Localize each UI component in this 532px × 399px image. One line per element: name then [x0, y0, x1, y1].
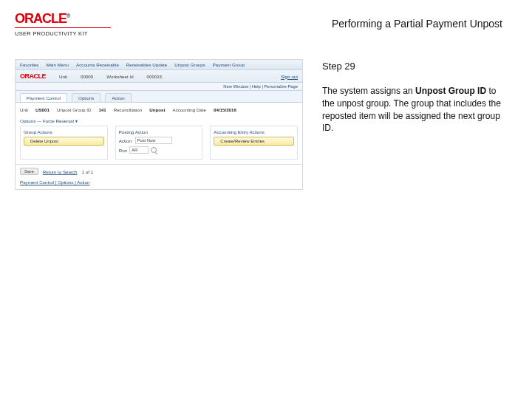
field-row: Unit US001 Unpost Group ID 141 Reconcili…: [20, 107, 298, 112]
app-screenshot: Favorites Main Menu Accounts Receivable …: [15, 59, 303, 190]
unpost-group-id-value: 141: [98, 107, 106, 112]
sign-out-link[interactable]: Sign out: [281, 74, 298, 79]
group-actions-panel: Group Actions Delete Unpost: [20, 126, 108, 160]
reconciliation-label: Reconciliation: [114, 107, 143, 112]
logo-row: ORACLE Unit 00000 Worksheet Id 000015 Si…: [16, 70, 302, 83]
accounting-entry-actions-panel: Accounting Entry Actions Create/Review E…: [210, 126, 298, 160]
instruction-column: Step 29 The system assigns an Unpost Gro…: [322, 59, 507, 190]
delete-unpost-button[interactable]: Delete Unpost: [24, 137, 104, 146]
ctx-ws-value: 000015: [147, 74, 163, 79]
instruction-text: The system assigns an Unpost Group ID to…: [322, 85, 507, 134]
run-label: Run: [119, 148, 127, 153]
footer-links: Payment Control | Options | Action: [16, 178, 302, 189]
tab-options[interactable]: Options: [72, 93, 100, 102]
reconciliation-value: Unpost: [149, 107, 165, 112]
menu-item[interactable]: Accounts Receivable: [76, 62, 119, 67]
panel-heading: Accounting Entry Actions: [214, 129, 294, 134]
oracle-logo: ORACLE®: [15, 12, 111, 25]
instruction-bold: Unpost Group ID: [415, 86, 486, 96]
menu-item[interactable]: Favorites: [20, 62, 38, 67]
save-button[interactable]: Save: [20, 168, 38, 175]
logo-tm: ®: [66, 13, 69, 18]
panel-heading: Group Actions: [24, 129, 104, 134]
unit-value: US001: [35, 107, 50, 112]
footer-tab-links[interactable]: Payment Control | Options | Action: [20, 180, 89, 185]
return-to-search-link[interactable]: Return to Search: [43, 169, 78, 174]
step-label: Step 29: [322, 61, 507, 72]
run-field: Run AR: [119, 146, 200, 154]
page-indicator: 1 of 1: [82, 169, 93, 174]
tab-payment-control[interactable]: Payment Control: [20, 93, 67, 102]
brand-subline: USER PRODUCTIVITY KIT: [15, 30, 111, 37]
menu-item[interactable]: Main Menu: [46, 62, 69, 67]
action-input[interactable]: Post Now: [135, 137, 172, 144]
brand: ORACLE® USER PRODUCTIVITY KIT: [15, 12, 111, 37]
header: ORACLE® USER PRODUCTIVITY KIT Performing…: [0, 0, 532, 41]
run-input[interactable]: AR: [129, 146, 149, 154]
instruction-part-a: The system assigns an: [322, 86, 415, 96]
brand-divider: [15, 27, 111, 28]
panels: Group Actions Delete Unpost Posting Acti…: [20, 126, 298, 160]
tab-action[interactable]: Action: [105, 93, 131, 102]
menu-item[interactable]: Receivables Update: [126, 62, 167, 67]
menubar: Favorites Main Menu Accounts Receivable …: [16, 60, 302, 70]
screenshot-content: Unit US001 Unpost Group ID 141 Reconcili…: [16, 103, 302, 164]
ctx-ws-label: Worksheet Id: [106, 74, 133, 79]
menu-item[interactable]: Payment Group: [213, 62, 245, 67]
panel-heading: Posting Action: [119, 129, 200, 134]
unit-label: Unit: [20, 107, 28, 112]
action-field: Action: Post Now: [119, 137, 200, 144]
page-title: Performing a Partial Payment Unpost: [332, 18, 502, 30]
ctx-unit-value: 00000: [81, 74, 93, 79]
unpost-group-id-label: Unpost Group ID: [57, 107, 91, 112]
tab-bar: Payment Control Options Action: [16, 91, 302, 103]
accounting-date-label: Accounting Date: [173, 107, 206, 112]
main: Favorites Main Menu Accounts Receivable …: [0, 41, 532, 190]
accounting-date-value: 04/15/2016: [214, 107, 236, 112]
mini-oracle-logo: ORACLE: [20, 72, 46, 80]
create-review-entries-button[interactable]: Create/Review Entries: [214, 137, 294, 146]
logo-text: ORACLE: [15, 11, 66, 26]
action-label: Action:: [119, 138, 133, 143]
menu-item[interactable]: Unpost Groups: [174, 62, 205, 67]
ctx-unit-label: Unit: [59, 74, 67, 79]
lookup-icon[interactable]: [151, 147, 157, 153]
posting-action-panel: Posting Action Action: Post Now Run AR: [115, 126, 203, 160]
section-heading: Options — Force Reversal ▾: [20, 115, 298, 123]
util-bar[interactable]: New Window | Help | Personalize Page: [16, 83, 302, 91]
screenshot-footer: Save Return to Search 1 of 1: [16, 164, 302, 178]
